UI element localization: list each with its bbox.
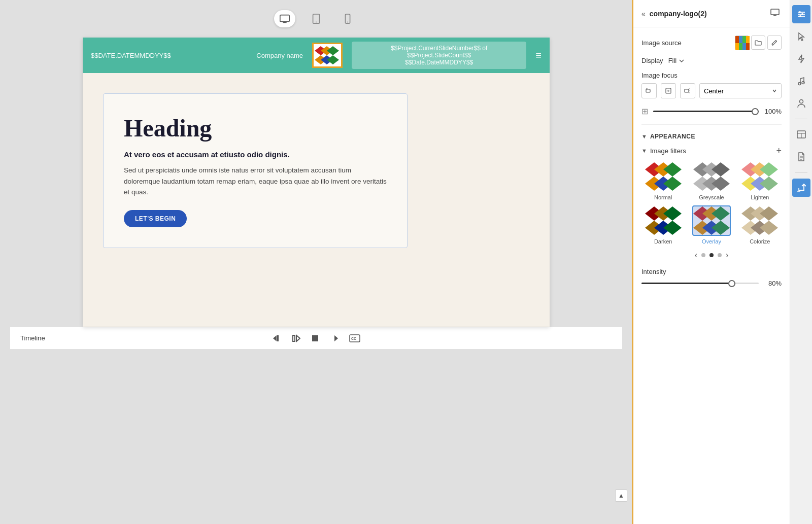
cta-button[interactable]: LET'S BEGIN xyxy=(124,210,187,227)
svg-rect-28 xyxy=(735,43,739,50)
company-name: Company name xyxy=(256,52,303,59)
svg-marker-62 xyxy=(663,221,682,235)
focus-right-btn[interactable] xyxy=(680,83,695,98)
mobile-device-btn[interactable] xyxy=(337,10,358,27)
intensity-value: 80% xyxy=(764,280,782,287)
focus-right-icon xyxy=(684,87,691,94)
intensity-row: 80% xyxy=(641,280,782,287)
panel-header: « company-logo(2) xyxy=(633,0,790,27)
filter-darken[interactable]: Darken xyxy=(641,205,685,244)
svg-marker-13 xyxy=(273,335,277,341)
image-source-actions xyxy=(735,36,782,50)
timeline-bar: Timeline xyxy=(10,327,622,349)
filter-colorize[interactable]: Colorize xyxy=(738,205,782,244)
desktop-icon xyxy=(279,13,290,24)
filter-lighten[interactable]: Lighten xyxy=(738,161,782,200)
filter-colorize-svg xyxy=(741,206,778,235)
sidebar-person-btn[interactable] xyxy=(792,94,810,113)
sidebar-cursor-btn[interactable] xyxy=(792,27,810,46)
folder-icon xyxy=(755,40,762,46)
image-focus-section: Image focus xyxy=(641,72,782,98)
filter-greyscale-label: Greyscale xyxy=(699,194,724,200)
image-source-row: Image source xyxy=(641,36,782,50)
filter-greyscale[interactable]: Greyscale xyxy=(690,161,733,200)
filter-lighten-svg xyxy=(741,162,778,191)
intensity-slider[interactable] xyxy=(641,283,759,284)
content-heading: Heading xyxy=(124,114,387,142)
svg-point-4 xyxy=(316,22,317,23)
pagination-next-btn[interactable]: › xyxy=(726,251,728,260)
timeline-controls: CC xyxy=(168,334,464,343)
svg-rect-14 xyxy=(277,335,279,341)
svg-rect-21 xyxy=(771,9,779,15)
opacity-slider[interactable] xyxy=(653,111,759,112)
sidebar-music-btn[interactable] xyxy=(792,72,810,90)
focus-center-btn[interactable] xyxy=(661,83,676,98)
filter-greyscale-svg xyxy=(693,162,730,191)
sidebar-separator-2 xyxy=(795,172,807,172)
svg-rect-0 xyxy=(280,15,289,22)
svg-point-79 xyxy=(799,11,801,13)
timeline-play-btn[interactable] xyxy=(291,334,300,343)
svg-point-84 xyxy=(799,100,803,103)
image-folder-btn[interactable] xyxy=(751,36,765,50)
filter-darken-thumb xyxy=(644,205,683,236)
panel-back-btn[interactable]: « xyxy=(641,10,646,18)
sidebar-settings-btn[interactable] xyxy=(792,5,810,23)
image-source-label: Image source xyxy=(641,39,735,47)
opacity-row: ⊞ 100% xyxy=(641,107,782,125)
desktop-device-btn[interactable] xyxy=(274,10,295,27)
tablet-device-btn[interactable] xyxy=(306,10,327,27)
pagination-dot-1[interactable] xyxy=(701,253,705,257)
focus-left-icon xyxy=(646,87,653,94)
svg-rect-33 xyxy=(646,89,650,92)
svg-marker-50 xyxy=(712,177,730,191)
person-icon xyxy=(797,99,805,108)
sidebar-share-btn[interactable] xyxy=(792,179,810,197)
filter-normal-label: Normal xyxy=(654,194,672,200)
svg-marker-16 xyxy=(296,335,300,341)
image-edit-btn[interactable] xyxy=(767,36,782,50)
appearance-chevron-icon: ▼ xyxy=(641,133,647,139)
pagination-dot-2[interactable] xyxy=(709,253,714,257)
filter-overlay-label: Overlay xyxy=(702,238,721,244)
focus-left-btn[interactable] xyxy=(641,83,657,98)
timeline-forward-btn[interactable] xyxy=(330,334,339,343)
svg-rect-31 xyxy=(746,43,750,50)
filter-darken-label: Darken xyxy=(654,238,672,244)
timeline-rewind-btn[interactable] xyxy=(272,334,281,343)
table-icon xyxy=(797,130,806,138)
header-menu-icon[interactable]: ≡ xyxy=(535,50,542,61)
sidebar-table-btn[interactable] xyxy=(792,125,810,144)
focus-dropdown[interactable]: Center xyxy=(699,83,782,98)
svg-rect-24 xyxy=(735,36,739,43)
appearance-section-header[interactable]: ▼ APPEARANCE xyxy=(641,133,782,140)
filters-header[interactable]: ▼ Image filters + xyxy=(641,146,782,155)
timeline-label: Timeline xyxy=(20,334,168,342)
pagination-prev-btn[interactable]: ‹ xyxy=(695,251,697,260)
display-select[interactable]: Fill xyxy=(668,57,685,64)
document-icon xyxy=(798,152,805,161)
timeline-stop-btn[interactable] xyxy=(311,334,320,343)
filter-grid: Normal Greyscale xyxy=(641,161,782,244)
filter-normal[interactable]: Normal xyxy=(641,161,685,200)
pagination-dot-3[interactable] xyxy=(718,253,722,257)
sidebar-lightning-btn[interactable] xyxy=(792,50,810,68)
tablet-icon xyxy=(311,13,322,24)
scroll-up-button[interactable]: ▲ xyxy=(615,490,627,502)
panel-display-toggle-btn[interactable] xyxy=(768,6,782,21)
play-icon xyxy=(291,334,300,343)
logo-box[interactable] xyxy=(312,43,343,68)
filter-colorize-thumb xyxy=(740,205,779,236)
focus-controls: Center xyxy=(641,83,782,98)
svg-marker-75 xyxy=(760,221,778,235)
sidebar-doc-btn[interactable] xyxy=(792,148,810,166)
chevron-down-icon xyxy=(679,58,685,64)
filter-overlay[interactable]: Overlay xyxy=(690,205,733,244)
svg-text:CC: CC xyxy=(351,337,356,340)
color-swatch-btn[interactable] xyxy=(735,36,749,50)
slide-date-text: $$Date.DateMMDDYY$$ xyxy=(359,59,519,66)
timeline-caption-btn[interactable]: CC xyxy=(349,334,360,342)
filters-add-btn[interactable]: + xyxy=(776,146,782,155)
intensity-section: Intensity 80% xyxy=(641,268,782,287)
